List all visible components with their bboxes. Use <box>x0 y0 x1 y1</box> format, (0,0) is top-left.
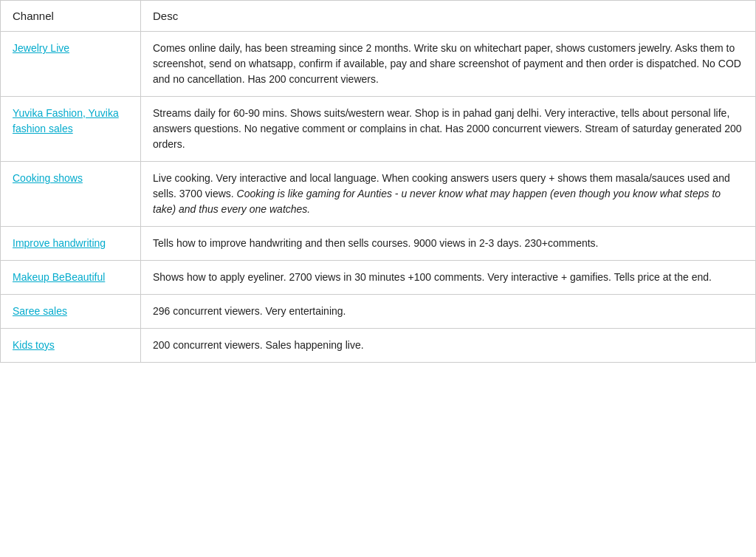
channel-link[interactable]: Saree sales <box>13 305 67 317</box>
table-row: Jewelry LiveComes online daily, has been… <box>1 32 756 97</box>
channel-link[interactable]: Yuvika Fashion, Yuvika fashion sales <box>13 107 119 134</box>
table-row: Cooking showsLive cooking. Very interact… <box>1 162 756 227</box>
main-table: Channel Desc Jewelry LiveComes online da… <box>0 0 756 363</box>
desc-cell: 296 concurrent viewers. Very entertainin… <box>141 295 756 329</box>
channel-link[interactable]: Jewelry Live <box>13 42 69 54</box>
channel-cell: Yuvika Fashion, Yuvika fashion sales <box>1 97 141 162</box>
table-row: Saree sales296 concurrent viewers. Very … <box>1 295 756 329</box>
table-row: Kids toys200 concurrent viewers. Sales h… <box>1 329 756 363</box>
desc-plain-text: Comes online daily, has been streaming s… <box>153 42 741 85</box>
desc-cell: Streams daily for 60-90 mins. Shows suit… <box>141 97 756 162</box>
desc-cell: 200 concurrent viewers. Sales happening … <box>141 329 756 363</box>
channel-cell: Saree sales <box>1 295 141 329</box>
channel-link[interactable]: Cooking shows <box>13 172 83 184</box>
table-row: Improve handwritingTells how to improve … <box>1 227 756 261</box>
channel-cell: Improve handwriting <box>1 227 141 261</box>
channel-link[interactable]: Makeup BeBeautiful <box>13 271 105 283</box>
channel-cell: Jewelry Live <box>1 32 141 97</box>
desc-plain-text: 296 concurrent viewers. Very entertainin… <box>153 305 346 317</box>
desc-plain-text: Streams daily for 60-90 mins. Shows suit… <box>153 107 742 150</box>
channel-header: Channel <box>1 1 141 32</box>
desc-cell: Shows how to apply eyeliner. 2700 views … <box>141 261 756 295</box>
desc-italic-text: Cooking is like gaming for Aunties - u n… <box>153 188 721 215</box>
desc-plain-text: Tells how to improve handwriting and the… <box>153 237 598 249</box>
channel-cell: Kids toys <box>1 329 141 363</box>
desc-cell: Comes online daily, has been streaming s… <box>141 32 756 97</box>
desc-cell: Live cooking. Very interactive and local… <box>141 162 756 227</box>
desc-header: Desc <box>141 1 756 32</box>
channel-cell: Cooking shows <box>1 162 141 227</box>
channel-cell: Makeup BeBeautiful <box>1 261 141 295</box>
desc-cell: Tells how to improve handwriting and the… <box>141 227 756 261</box>
desc-plain-text: 200 concurrent viewers. Sales happening … <box>153 339 364 351</box>
table-row: Makeup BeBeautifulShows how to apply eye… <box>1 261 756 295</box>
channel-link[interactable]: Kids toys <box>13 339 55 351</box>
table-row: Yuvika Fashion, Yuvika fashion salesStre… <box>1 97 756 162</box>
desc-plain-text: Shows how to apply eyeliner. 2700 views … <box>153 271 712 283</box>
channel-link[interactable]: Improve handwriting <box>13 237 106 249</box>
